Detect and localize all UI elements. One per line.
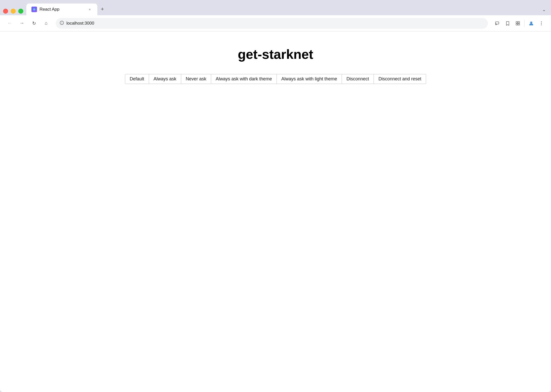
svg-point-5 — [495, 25, 496, 25]
tab-bar-right: ⌄ — [540, 6, 548, 15]
back-button[interactable]: ← — [5, 19, 14, 28]
tab-bar: React App × + ⌄ — [0, 0, 551, 15]
tab-close-button[interactable]: × — [87, 7, 92, 12]
never-ask-button[interactable]: Never ask — [181, 74, 211, 84]
menu-button[interactable] — [537, 19, 546, 28]
tab-title: React App — [40, 7, 85, 12]
tab-list-button[interactable]: ⌄ — [540, 6, 548, 14]
action-button-row: Default Always ask Never ask Always ask … — [125, 74, 426, 84]
svg-rect-7 — [518, 22, 520, 23]
address-bar[interactable]: i localhost:3000 — [56, 18, 488, 29]
security-icon: i — [60, 21, 64, 26]
svg-rect-8 — [516, 24, 518, 25]
svg-point-13 — [541, 24, 542, 25]
svg-rect-6 — [516, 22, 518, 23]
svg-rect-9 — [518, 24, 520, 25]
always-ask-button[interactable]: Always ask — [149, 74, 181, 84]
url-display: localhost:3000 — [66, 21, 484, 26]
traffic-light-close[interactable] — [3, 9, 8, 14]
home-button[interactable]: ⌂ — [42, 19, 51, 28]
always-ask-dark-button[interactable]: Always ask with dark theme — [211, 74, 277, 84]
default-button[interactable]: Default — [125, 74, 149, 84]
svg-point-12 — [541, 23, 542, 24]
traffic-lights — [3, 9, 26, 15]
screen-cast-button[interactable] — [493, 19, 502, 28]
svg-point-1 — [33, 9, 35, 10]
svg-text:i: i — [62, 22, 62, 24]
nav-divider — [524, 20, 525, 27]
svg-point-10 — [530, 22, 532, 24]
svg-point-11 — [541, 21, 542, 22]
active-tab[interactable]: React App × — [26, 4, 97, 15]
always-ask-light-button[interactable]: Always ask with light theme — [277, 74, 342, 84]
browser-window: React App × + ⌄ ← → ↻ ⌂ i localhost:3000 — [0, 0, 551, 392]
traffic-light-minimize[interactable] — [11, 9, 16, 14]
reload-button[interactable]: ↻ — [29, 19, 39, 28]
extensions-button[interactable] — [513, 19, 522, 28]
profile-button[interactable] — [527, 19, 536, 28]
nav-right-icons — [493, 19, 546, 28]
traffic-light-maximize[interactable] — [18, 9, 23, 14]
disconnect-reset-button[interactable]: Disconnect and reset — [374, 74, 426, 84]
page-title: get-starknet — [238, 47, 313, 62]
tab-favicon — [31, 7, 37, 12]
bookmark-button[interactable] — [503, 19, 512, 28]
page-content: get-starknet Default Always ask Never as… — [0, 31, 551, 392]
nav-bar: ← → ↻ ⌂ i localhost:3000 — [0, 15, 551, 31]
disconnect-button[interactable]: Disconnect — [342, 74, 374, 84]
forward-button[interactable]: → — [17, 19, 26, 28]
new-tab-button[interactable]: + — [97, 4, 107, 14]
